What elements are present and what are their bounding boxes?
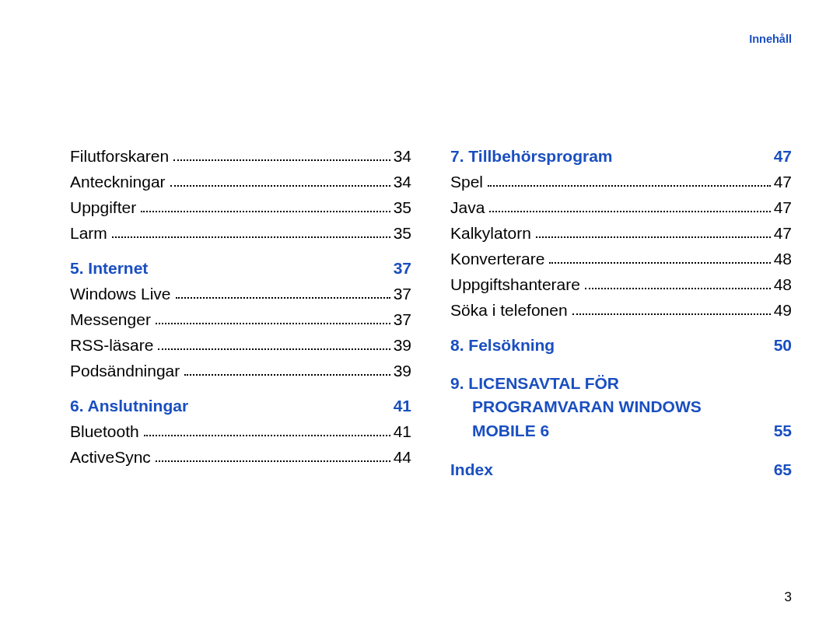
toc-entry-label: Podsändningar <box>70 362 180 379</box>
toc-page-ref: 44 <box>394 449 411 465</box>
toc-entry[interactable]: ActiveSync44 <box>70 449 411 465</box>
toc-page-ref: 48 <box>774 276 792 292</box>
toc-entry[interactable]: Söka i telefonen49 <box>450 302 792 318</box>
toc-entry[interactable]: Konverterare48 <box>450 250 792 267</box>
toc-entry[interactable]: Podsändningar39 <box>70 362 411 379</box>
toc-entry-label: 8. Felsökning <box>450 337 555 353</box>
toc-page-ref: 47 <box>774 199 792 215</box>
toc-page-ref: 47 <box>774 148 792 164</box>
toc-entry-label: Uppgiftshanterare <box>450 276 580 292</box>
toc-page-ref: 55 <box>774 419 792 443</box>
page-number: 3 <box>785 590 792 605</box>
dot-leader <box>488 185 771 187</box>
toc-page-ref: 41 <box>394 397 411 414</box>
toc-page-ref: 47 <box>774 173 792 190</box>
toc-page-ref: 47 <box>774 225 792 241</box>
toc-entry-label: Anteckningar <box>70 173 166 190</box>
toc-entry[interactable]: Kalkylatorn47 <box>450 225 792 241</box>
toc-heading-line: 9. LICENSAVTAL FÖR <box>450 372 792 395</box>
dot-leader <box>572 313 771 315</box>
toc-entry[interactable]: Java47 <box>450 199 792 215</box>
dot-leader <box>536 236 771 238</box>
toc-page-ref: 50 <box>774 337 792 353</box>
toc-page-ref: 39 <box>394 362 411 379</box>
toc-page-ref: 37 <box>394 260 411 276</box>
toc-page-ref: 34 <box>394 148 411 164</box>
toc-entry[interactable]: Messenger37 <box>70 311 411 327</box>
toc-entry[interactable]: Filutforskaren34 <box>70 148 411 164</box>
toc-entry-label: Java <box>450 199 485 215</box>
toc-entry-label: Windows Live <box>70 285 171 302</box>
toc-entry-label: Index <box>450 461 493 478</box>
dot-leader <box>489 211 770 212</box>
toc-entry-label: Söka i telefonen <box>450 302 568 318</box>
toc-entry[interactable]: Anteckningar34 <box>70 173 411 190</box>
toc-entry[interactable]: Bluetooth41 <box>70 423 411 439</box>
toc-entry[interactable]: Spel47 <box>450 173 792 190</box>
toc-entry-label: Konverterare <box>450 250 544 267</box>
dot-leader <box>144 435 390 436</box>
dot-leader <box>158 348 390 350</box>
toc-entry-label: Kalkylatorn <box>450 225 531 241</box>
toc-entry[interactable]: Uppgiftshanterare48 <box>450 276 792 292</box>
toc-entry[interactable]: Uppgifter35 <box>70 199 411 215</box>
toc-entry-label: ActiveSync <box>70 449 151 465</box>
dot-leader <box>173 159 390 161</box>
dot-leader <box>184 374 390 376</box>
toc-section-heading[interactable]: Index65 <box>450 461 792 478</box>
toc-entry-label: Uppgifter <box>70 199 136 215</box>
dot-leader <box>156 460 390 462</box>
toc-column-right: 7. Tillbehörsprogram47Spel47Java47Kalkyl… <box>450 148 792 487</box>
toc-entry[interactable]: Windows Live37 <box>70 285 411 302</box>
dot-leader <box>585 288 771 289</box>
header-section-label: Innehåll <box>749 33 792 45</box>
toc-heading-line: MOBILE 6 <box>472 419 549 443</box>
toc-page-ref: 37 <box>394 285 411 302</box>
toc-entry-label: 5. Internet <box>70 260 148 276</box>
toc-section-heading[interactable]: 6. Anslutningar41 <box>70 397 411 414</box>
toc-section-heading[interactable]: 9. LICENSAVTAL FÖRPROGRAMVARAN WINDOWSMO… <box>450 372 792 443</box>
toc-entry-label: Spel <box>450 173 483 190</box>
toc-column-left: Filutforskaren34Anteckningar34Uppgifter3… <box>70 148 411 487</box>
toc-heading-line: PROGRAMVARAN WINDOWS <box>450 395 792 418</box>
dot-leader <box>141 211 390 212</box>
toc-page-ref: 48 <box>774 250 792 267</box>
toc-entry[interactable]: RSS-läsare39 <box>70 337 411 353</box>
toc-page-ref: 35 <box>394 225 411 241</box>
dot-leader <box>170 185 390 187</box>
toc-entry-label: Filutforskaren <box>70 148 169 164</box>
dot-leader <box>549 262 770 264</box>
toc-page-ref: 41 <box>394 423 411 439</box>
dot-leader <box>176 297 390 299</box>
toc-section-heading[interactable]: 8. Felsökning50 <box>450 337 792 353</box>
toc-entry[interactable]: Larm35 <box>70 225 411 241</box>
toc-entry-label: 6. Anslutningar <box>70 397 188 414</box>
toc-columns: Filutforskaren34Anteckningar34Uppgifter3… <box>70 148 792 487</box>
toc-page-ref: 34 <box>394 173 411 190</box>
dot-leader <box>112 236 390 238</box>
toc-entry-label: Bluetooth <box>70 423 139 439</box>
toc-section-heading[interactable]: 5. Internet37 <box>70 260 411 276</box>
toc-entry-label: Messenger <box>70 311 151 327</box>
toc-entry-label: 7. Tillbehörsprogram <box>450 148 613 164</box>
toc-page-ref: 35 <box>394 199 411 215</box>
toc-entry-label: RSS-läsare <box>70 337 153 353</box>
toc-entry-label: Larm <box>70 225 107 241</box>
toc-page-ref: 39 <box>394 337 411 353</box>
toc-page-ref: 49 <box>774 302 792 318</box>
toc-page: Innehåll Filutforskaren34Anteckningar34U… <box>0 0 840 630</box>
toc-section-heading[interactable]: 7. Tillbehörsprogram47 <box>450 148 792 164</box>
toc-page-ref: 37 <box>394 311 411 327</box>
dot-leader <box>156 323 390 324</box>
toc-page-ref: 65 <box>774 461 792 478</box>
